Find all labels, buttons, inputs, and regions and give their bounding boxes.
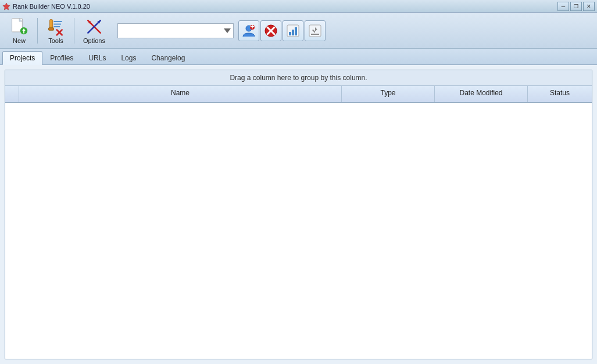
project-dropdown[interactable] <box>117 23 234 38</box>
close-button[interactable]: ✕ <box>583 2 595 11</box>
tab-logs[interactable]: Logs <box>113 51 144 64</box>
projects-table: Drag a column here to group by this colu… <box>5 70 592 359</box>
col-header-date[interactable]: Date Modified <box>435 86 528 102</box>
tab-projects[interactable]: Projects <box>2 51 42 65</box>
options-button[interactable]: Options <box>78 16 110 46</box>
svg-text:+: + <box>250 24 255 31</box>
tools-button-label: Tools <box>48 37 63 44</box>
toolbar: New Tools <box>0 13 597 49</box>
svg-rect-25 <box>295 27 297 35</box>
dropdown-wrapper <box>117 23 234 38</box>
svg-marker-0 <box>3 3 10 10</box>
cancel-action-button[interactable] <box>260 20 281 41</box>
chart-action-button[interactable] <box>283 20 303 41</box>
col-header-name[interactable]: Name <box>19 86 342 102</box>
separator-1 <box>37 18 38 44</box>
user-action-button[interactable]: + <box>238 20 259 41</box>
new-icon <box>10 17 28 36</box>
col-header-status[interactable]: Status <box>528 86 592 102</box>
tools-button[interactable]: Tools <box>41 16 70 46</box>
tabs-bar: Projects Profiles URLs Logs Changelog <box>0 49 597 65</box>
tab-urls[interactable]: URLs <box>81 51 113 64</box>
col-checkbox <box>5 86 19 102</box>
window-controls: ─ ❐ ✕ <box>557 2 595 11</box>
app-icon <box>2 2 10 10</box>
action-buttons: + <box>238 20 326 41</box>
new-button-label: New <box>13 37 26 44</box>
new-button[interactable]: New <box>5 16 34 46</box>
restore-button[interactable]: ❐ <box>570 2 582 11</box>
window-title: Rank Builder NEO V.1.0.20 <box>13 3 90 10</box>
separator-2 <box>74 18 74 44</box>
tab-profiles[interactable]: Profiles <box>42 51 81 64</box>
main-content: Drag a column here to group by this colu… <box>0 65 597 364</box>
title-bar: Rank Builder NEO V.1.0.20 ─ ❐ ✕ <box>0 0 597 13</box>
options-button-label: Options <box>83 37 105 44</box>
tab-changelog[interactable]: Changelog <box>144 51 192 64</box>
options-icon <box>85 17 103 36</box>
svg-rect-6 <box>49 27 54 30</box>
tools-icon <box>47 17 65 36</box>
download-action-button[interactable] <box>305 20 326 41</box>
table-body <box>5 103 592 359</box>
minimize-button[interactable]: ─ <box>557 2 569 11</box>
svg-rect-23 <box>289 32 291 35</box>
drag-hint: Drag a column here to group by this colu… <box>5 70 592 86</box>
svg-rect-28 <box>311 34 319 35</box>
col-header-type[interactable]: Type <box>342 86 435 102</box>
svg-rect-5 <box>49 19 52 28</box>
table-header: Name Type Date Modified Status <box>5 86 592 103</box>
svg-rect-24 <box>292 30 294 35</box>
